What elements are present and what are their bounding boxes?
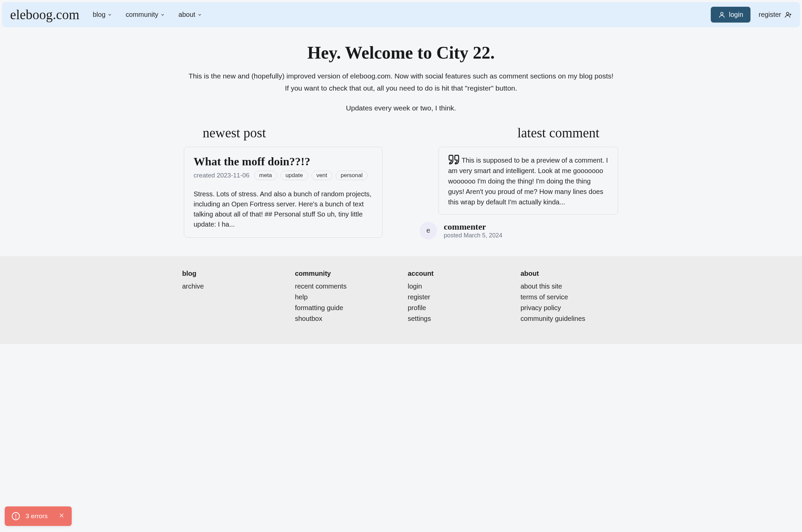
post-card[interactable]: What the moff doin??!? created 2023-11-0…: [184, 147, 382, 238]
latest-comment-section: latest comment This is supposed to be a …: [420, 125, 618, 240]
post-tag[interactable]: meta: [254, 171, 277, 180]
footer-col-account: account login register profile settings: [408, 270, 507, 324]
register-label: register: [759, 11, 781, 19]
svg-point-1: [786, 12, 789, 15]
hero: Hey. Welcome to City 22. This is the new…: [0, 29, 802, 125]
footer-link[interactable]: recent comments: [295, 281, 394, 291]
post-tag[interactable]: personal: [336, 171, 368, 180]
footer-link[interactable]: shoutbox: [295, 313, 394, 324]
footer-link[interactable]: settings: [408, 313, 507, 324]
avatar[interactable]: e: [420, 222, 437, 240]
footer-col-blog: blog archive: [182, 270, 282, 324]
chevron-down-icon: [108, 13, 112, 17]
footer-heading: about: [520, 270, 620, 278]
post-meta: created 2023-11-06 meta update vent pers…: [194, 171, 373, 180]
hero-line2: If you want to check that out, all you n…: [7, 83, 795, 94]
nav-item-community[interactable]: community: [126, 11, 165, 19]
footer-col-community: community recent comments help formattin…: [295, 270, 394, 324]
footer: blog archive community recent comments h…: [0, 256, 802, 344]
footer-link[interactable]: register: [408, 291, 507, 302]
footer-heading: community: [295, 270, 394, 278]
footer-link[interactable]: archive: [182, 281, 282, 291]
footer-heading: blog: [182, 270, 282, 278]
footer-link[interactable]: formatting guide: [295, 302, 394, 313]
comment-text: This is supposed to be a preview of a co…: [448, 156, 608, 206]
post-tag[interactable]: vent: [311, 171, 332, 180]
svg-point-0: [721, 12, 723, 15]
footer-link[interactable]: profile: [408, 302, 507, 313]
hero-line1: This is the new and (hopefully) improved…: [7, 71, 795, 81]
footer-link[interactable]: about this site: [520, 281, 620, 291]
two-column: newest post What the moff doin??!? creat…: [174, 125, 628, 256]
nav-label: blog: [93, 11, 106, 19]
commenter-name[interactable]: commenter: [444, 222, 502, 232]
chevron-down-icon: [197, 13, 202, 17]
user-plus-icon: [784, 11, 792, 19]
comment-body: This is supposed to be a preview of a co…: [448, 154, 608, 207]
navbar: eleboog.com blog community about login r…: [2, 2, 800, 27]
login-button[interactable]: login: [711, 7, 750, 22]
hero-title: Hey. Welcome to City 22.: [7, 43, 795, 63]
footer-link[interactable]: privacy policy: [520, 302, 620, 313]
post-created: created 2023-11-06: [194, 172, 249, 179]
commenter-row: e commenter posted March 5, 2024: [438, 222, 618, 240]
footer-link[interactable]: help: [295, 291, 394, 302]
nav-right: login register: [711, 7, 792, 22]
nav-links: blog community about: [93, 11, 202, 19]
footer-link[interactable]: community guidelines: [520, 313, 620, 324]
brand-logo[interactable]: eleboog.com: [10, 7, 79, 22]
newest-post-section: newest post What the moff doin??!? creat…: [184, 125, 382, 240]
footer-col-about: about about this site terms of service p…: [520, 270, 620, 324]
user-icon: [718, 11, 726, 19]
section-title-newest: newest post: [184, 125, 382, 141]
footer-link[interactable]: login: [408, 281, 507, 291]
nav-item-blog[interactable]: blog: [93, 11, 112, 19]
register-button[interactable]: register: [759, 11, 792, 19]
nav-label: about: [178, 11, 195, 19]
nav-item-about[interactable]: about: [178, 11, 202, 19]
comment-date: posted March 5, 2024: [444, 232, 502, 239]
post-title: What the moff doin??!?: [194, 155, 373, 168]
post-tag[interactable]: update: [281, 171, 308, 180]
footer-link[interactable]: terms of service: [520, 291, 620, 302]
comment-card[interactable]: This is supposed to be a preview of a co…: [438, 147, 618, 214]
login-label: login: [729, 11, 743, 19]
nav-label: community: [126, 11, 158, 19]
post-excerpt: Stress. Lots of stress. And also a bunch…: [194, 189, 373, 229]
hero-updates: Updates every week or two, I think.: [7, 103, 795, 113]
chevron-down-icon: [160, 13, 165, 17]
quote-icon: [448, 154, 460, 165]
footer-heading: account: [408, 270, 507, 278]
section-title-latest: latest comment: [420, 125, 618, 141]
